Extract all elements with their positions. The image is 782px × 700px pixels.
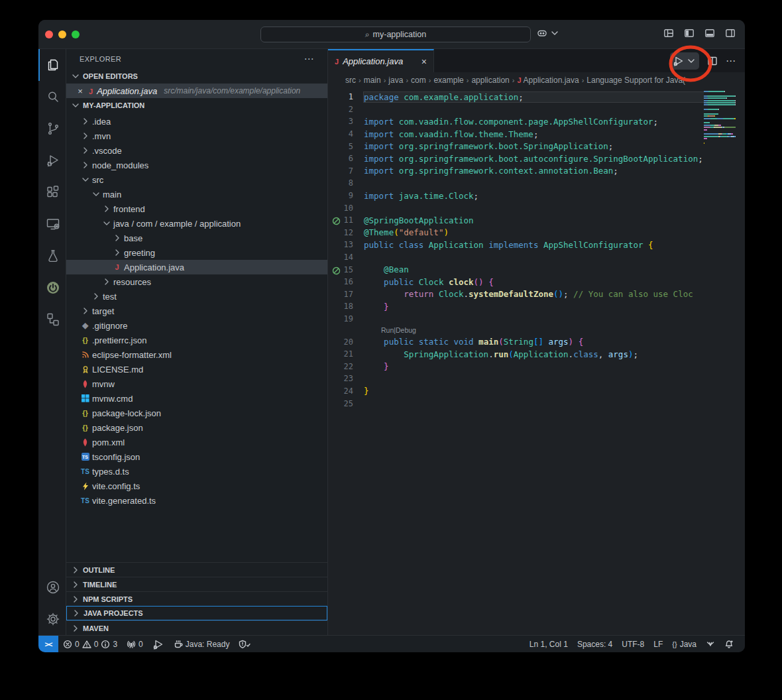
encoding[interactable]: UTF-8: [617, 636, 649, 652]
tree-item-greeting[interactable]: greeting: [66, 245, 327, 260]
vaadin-status[interactable]: [701, 636, 720, 652]
tree-item-java-com-example-application[interactable]: java / com / example / application: [66, 216, 327, 231]
tree-item-types-d-ts[interactable]: TStypes.d.ts: [66, 464, 327, 479]
tree-item-frontend[interactable]: frontend: [66, 202, 327, 216]
notifications[interactable]: [720, 636, 738, 652]
tab-application-java[interactable]: J Application.java ×: [328, 49, 434, 72]
tree-item-application-java[interactable]: JApplication.java: [66, 260, 327, 274]
activity-remote-explorer[interactable]: [38, 208, 66, 240]
close-window-button[interactable]: [45, 30, 53, 38]
zoom-window-button[interactable]: [72, 30, 80, 38]
section-java-projects[interactable]: JAVA PROJECTS: [66, 606, 327, 620]
spring-bean-icon[interactable]: [332, 217, 341, 225]
tree-item-pom-xml[interactable]: pom.xml: [66, 435, 327, 449]
run-java-button[interactable]: [670, 52, 699, 70]
activity-source-control[interactable]: [38, 113, 66, 145]
code-editor[interactable]: 1package com.example.application;23impor…: [328, 88, 745, 635]
code-line-text: import com.vaadin.flow.component.page.Ap…: [364, 117, 745, 127]
activity-accounts[interactable]: [38, 571, 66, 603]
tree-item--gitignore[interactable]: ◆.gitignore: [66, 318, 327, 333]
activity-extensions[interactable]: [38, 176, 66, 208]
remote-indicator[interactable]: ><: [38, 636, 58, 652]
tree-item-base[interactable]: base: [66, 231, 327, 245]
project-root-header[interactable]: MY-APPLICATION: [66, 98, 327, 113]
breadcrumb-src[interactable]: src: [345, 76, 356, 85]
run-java-icon: [152, 638, 164, 650]
breadcrumb-com[interactable]: com: [411, 76, 426, 85]
close-tab-icon[interactable]: ×: [421, 56, 427, 67]
run-java[interactable]: [148, 636, 169, 652]
java-status[interactable]: Java: Ready: [169, 636, 235, 652]
activity-run-debug[interactable]: [38, 145, 66, 176]
tree-item-tsconfig-json[interactable]: TStsconfig.json: [66, 449, 327, 464]
tree-item-vite-config-ts[interactable]: vite.config.ts: [66, 479, 327, 493]
tree-item--mvn[interactable]: .mvn: [66, 129, 327, 143]
eol[interactable]: LF: [649, 636, 667, 652]
spring-bean-icon[interactable]: [332, 266, 341, 275]
breadcrumb-example[interactable]: example: [433, 76, 463, 85]
tree-item-target[interactable]: target: [66, 304, 327, 318]
minimize-window-button[interactable]: [58, 30, 66, 38]
panel-right-icon[interactable]: [725, 28, 736, 38]
tree-item-node-modules[interactable]: node_modules: [66, 158, 327, 172]
activity-search[interactable]: [38, 81, 66, 113]
tree-item-src[interactable]: src: [66, 172, 327, 187]
copilot-menu[interactable]: [537, 28, 560, 38]
ports[interactable]: 0: [122, 636, 148, 652]
tree-item-package-json[interactable]: {}package.json: [66, 420, 327, 435]
tree-item--idea[interactable]: .idea: [66, 114, 327, 129]
breadcrumb-java[interactable]: java: [388, 76, 403, 85]
section-maven[interactable]: MAVEN: [66, 620, 327, 635]
code-line-2: 2: [328, 103, 745, 116]
customize-layout-icon[interactable]: [663, 28, 674, 38]
workspace-trust[interactable]: [234, 636, 255, 652]
indentation[interactable]: Spaces: 4: [573, 636, 617, 652]
problems[interactable]: 003: [58, 636, 122, 652]
tree-item-test[interactable]: test: [66, 289, 327, 304]
open-editors-header[interactable]: OPEN EDITORS: [66, 69, 327, 84]
panel-left-icon[interactable]: [684, 28, 695, 38]
minimap[interactable]: [704, 89, 736, 635]
command-center-search[interactable]: ⌕ my-application: [260, 27, 531, 42]
tree-item-main[interactable]: main: [66, 187, 327, 202]
language-mode[interactable]: {}Java: [667, 636, 701, 652]
panel-bottom-icon[interactable]: [704, 28, 715, 38]
split-editor-icon[interactable]: [707, 56, 718, 66]
activity-spring-boot-dashboard[interactable]: [38, 272, 66, 304]
run-debug-icon: [45, 152, 61, 168]
code-line-21: 21 SpringApplication.run(Application.cla…: [328, 348, 745, 361]
codelens-run-link[interactable]: Run: [381, 326, 394, 334]
open-editor-item[interactable]: ×JApplication.javasrc/main/java/com/exam…: [66, 84, 327, 98]
minimap-line: [704, 107, 736, 108]
section-npm-scripts[interactable]: NPM SCRIPTS: [66, 591, 327, 606]
tree-item-eclipse-formatter-xml[interactable]: eclipse-formatter.xml: [66, 347, 327, 362]
cursor-position[interactable]: Ln 1, Col 1: [525, 636, 573, 652]
breadcrumb-main[interactable]: main: [364, 76, 381, 85]
tree-item--prettierrc-json[interactable]: {}.prettierrc.json: [66, 333, 327, 347]
section-timeline[interactable]: TIMELINE: [66, 577, 327, 591]
activity-testing[interactable]: [38, 240, 66, 272]
tree-item-mvnw[interactable]: mvnw: [66, 377, 327, 391]
activity-explorer[interactable]: [38, 49, 66, 81]
codelens-debug-link[interactable]: Debug: [396, 326, 416, 334]
tree-item-mvnw-cmd[interactable]: mvnw.cmd: [66, 391, 327, 406]
tree-item--vscode[interactable]: .vscode: [66, 143, 327, 158]
tree-item-license-md[interactable]: LICENSE.md: [66, 362, 327, 377]
tree-item-vite-generated-ts[interactable]: TSvite.generated.ts: [66, 493, 327, 508]
breadcrumb-language-support-for-java-[interactable]: Language Support for Java(: [586, 76, 685, 85]
close-editor-icon[interactable]: ×: [76, 86, 85, 96]
chevron-right-icon: [71, 608, 82, 618]
breadcrumb-application-java[interactable]: JApplication.java: [517, 76, 579, 85]
chevron-right-icon: [80, 160, 91, 170]
activity-settings[interactable]: [38, 603, 66, 635]
tree-item-package-lock-json[interactable]: {}package-lock.json: [66, 406, 327, 420]
editor-more-actions-button[interactable]: ⋯: [726, 55, 736, 67]
section-outline[interactable]: OUTLINE: [66, 562, 327, 577]
explorer-more-actions-button[interactable]: ⋯: [304, 53, 314, 65]
shield-check-icon: [239, 640, 251, 649]
activity-java-projects[interactable]: [38, 304, 66, 335]
line-number: 15: [328, 265, 364, 274]
chevron-down-icon[interactable]: [686, 56, 697, 66]
tree-item-resources[interactable]: resources: [66, 274, 327, 289]
breadcrumb-application[interactable]: application: [471, 76, 509, 85]
